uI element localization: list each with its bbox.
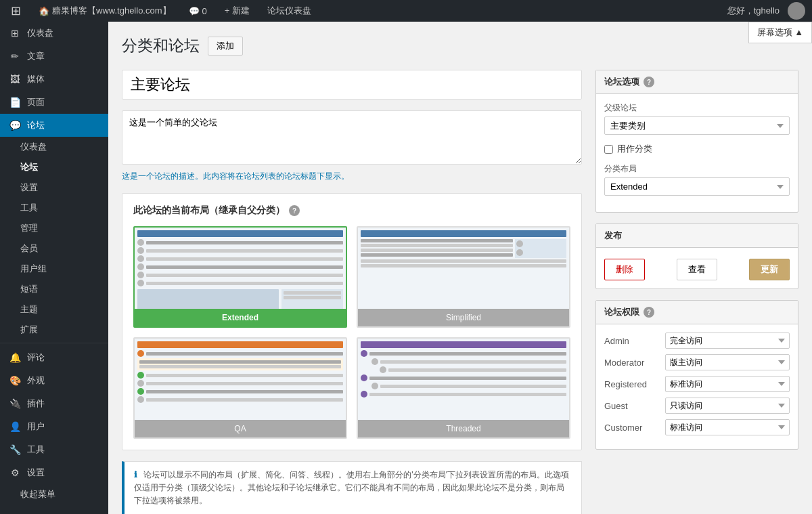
- users-icon: 👤: [8, 421, 22, 432]
- permissions-help-icon[interactable]: ?: [644, 307, 654, 318]
- sidebar-item-tools[interactable]: 🔧 工具: [0, 438, 108, 461]
- user-greeting: 您好，tghello: [723, 5, 784, 17]
- update-button[interactable]: 更新: [749, 259, 790, 280]
- sidebar-sub-manage[interactable]: 管理: [0, 218, 108, 238]
- layout-extended-thumb: [135, 228, 346, 309]
- avatar: [788, 2, 805, 20]
- comments-icon: 🔔: [8, 352, 22, 363]
- media-icon: 🖼: [8, 74, 22, 85]
- layout-option-qa[interactable]: QA: [133, 337, 347, 439]
- forum-options-help-icon[interactable]: ?: [644, 77, 654, 87]
- layout-qa-label: QA: [135, 420, 346, 437]
- layout-simplified-thumb: [358, 228, 569, 309]
- sidebar-item-settings[interactable]: ⚙ 设置: [0, 461, 108, 484]
- permissions-body: Admin 完全访问 版主访问 标准访问 只读访问 无访问 Moderator: [596, 324, 798, 449]
- perm-row-customer: Customer 完全访问 版主访问 标准访问 只读访问 无访问: [604, 419, 790, 435]
- publish-buttons: 删除 查看 更新: [604, 256, 790, 280]
- sidebar-item-users[interactable]: 👤 用户: [0, 415, 108, 438]
- sidebar-sub-settings[interactable]: 设置: [0, 177, 108, 198]
- wp-logo[interactable]: ⊞: [7, 0, 25, 22]
- layout-option-simplified[interactable]: Simplified: [357, 226, 570, 328]
- view-button[interactable]: 查看: [677, 259, 717, 280]
- layout-grid: Extended: [133, 226, 570, 439]
- perm-moderator-label: Moderator: [604, 358, 665, 368]
- perm-guest-select[interactable]: 完全访问 版主访问 标准访问 只读访问 无访问: [665, 398, 790, 414]
- sidebar-sub-tools[interactable]: 工具: [0, 198, 108, 218]
- sidebar-item-comments[interactable]: 🔔 评论: [0, 346, 108, 369]
- sidebar-sub-phrases[interactable]: 短语: [0, 279, 108, 299]
- forum-dashboard[interactable]: 论坛仪表盘: [263, 0, 315, 22]
- perm-customer-label: Customer: [604, 423, 665, 433]
- perm-registered-select[interactable]: 完全访问 版主访问 标准访问 只读访问 无访问: [665, 376, 790, 392]
- sidebar-item-pages[interactable]: 📄 页面: [0, 91, 108, 114]
- permissions-widget: 论坛权限 ? Admin 完全访问 版主访问 标准访问 只读访问 无访问: [595, 300, 798, 450]
- delete-button[interactable]: 删除: [604, 259, 645, 280]
- layout-section-title: 此论坛的当前布局（继承自父分类） ?: [133, 205, 570, 217]
- sidebar-item-plugins[interactable]: 🔌 插件: [0, 392, 108, 415]
- sidebar-sub-members[interactable]: 会员: [0, 238, 108, 259]
- sidebar-sub-themes[interactable]: 主题: [0, 299, 108, 320]
- layout-simplified-label: Simplified: [358, 309, 569, 326]
- sidebar-sub-usergroups[interactable]: 用户组: [0, 259, 108, 279]
- forum-icon: 💬: [8, 120, 22, 131]
- new-content[interactable]: + 新建: [221, 0, 254, 22]
- sidebar: ⊞ 仪表盘 ✏ 文章 🖼 媒体 📄 页面 💬 论坛 仪表盘 论坛 设置 工具 管…: [0, 22, 108, 514]
- dashboard-icon: ⊞: [8, 28, 22, 39]
- perm-row-registered: Registered 完全访问 版主访问 标准访问 只读访问 无访问: [604, 376, 790, 392]
- layout-threaded-label: Threaded: [358, 420, 569, 437]
- layout-option-threaded[interactable]: Threaded: [357, 337, 570, 439]
- sidebar-sub-extend[interactable]: 扩展: [0, 320, 108, 340]
- screen-options-button[interactable]: 屏幕选项 ▲: [748, 22, 812, 43]
- perm-registered-label: Registered: [604, 379, 665, 389]
- content-right: 论坛选项 ? 父级论坛 主要类别 用作: [595, 70, 798, 514]
- forum-description-hint: 这是一个论坛的描述。此内容将在论坛列表的论坛标题下显示。: [122, 171, 582, 182]
- page-title: 分类和论坛: [122, 35, 200, 56]
- layout-option-extended[interactable]: Extended: [133, 226, 347, 328]
- sidebar-item-forum[interactable]: 💬 论坛: [0, 114, 108, 137]
- perm-guest-label: Guest: [604, 401, 665, 411]
- layout-select-row: 分类布局 Extended Simplified QA Threaded: [604, 163, 790, 196]
- layout-help-icon[interactable]: ?: [289, 205, 300, 216]
- sidebar-divider: [0, 343, 108, 343]
- forum-options-header: 论坛选项 ?: [596, 70, 798, 94]
- sidebar-collapse[interactable]: 收起菜单: [0, 484, 108, 505]
- page-header: 分类和论坛 添加: [122, 35, 798, 56]
- posts-icon: ✏: [8, 51, 22, 62]
- sidebar-item-media[interactable]: 🖼 媒体: [0, 68, 108, 91]
- publish-header: 发布: [596, 224, 798, 248]
- forum-description-textarea[interactable]: 这是一个简单的父论坛: [122, 110, 582, 165]
- sidebar-sub-dashboard[interactable]: 仪表盘: [0, 137, 108, 157]
- parent-forum-select[interactable]: 主要类别: [604, 116, 790, 135]
- sidebar-item-posts[interactable]: ✏ 文章: [0, 45, 108, 68]
- publish-widget: 发布 删除 查看 更新: [595, 223, 798, 289]
- layout-threaded-thumb: [358, 339, 569, 420]
- perm-row-admin: Admin 完全访问 版主访问 标准访问 只读访问 无访问: [604, 333, 790, 349]
- comments-link[interactable]: 💬 0: [185, 0, 211, 22]
- site-name[interactable]: 🏠 糖果博客【www.tghello.com】: [35, 0, 175, 22]
- forum-options-widget: 论坛选项 ? 父级论坛 主要类别 用作: [595, 70, 798, 213]
- sidebar-item-appearance[interactable]: 🎨 外观: [0, 369, 108, 392]
- content-left: 这是一个简单的父论坛 这是一个论坛的描述。此内容将在论坛列表的论坛标题下显示。 …: [122, 70, 582, 514]
- admin-bar: ⊞ 🏠 糖果博客【www.tghello.com】 💬 0 + 新建 论坛仪表盘…: [0, 0, 812, 22]
- main-content: 分类和论坛 添加 这是一个简单的父论坛 这是一个论坛的描述。此内容将在论坛列表的…: [108, 22, 812, 514]
- notice-box: ℹ 论坛可以显示不同的布局（扩展、简化、问答、线程）。使用右上角部分的'分类布局…: [122, 461, 582, 514]
- sidebar-sub-forum[interactable]: 论坛: [0, 157, 108, 177]
- perm-admin-select[interactable]: 完全访问 版主访问 标准访问 只读访问 无访问: [665, 333, 790, 349]
- add-button[interactable]: 添加: [208, 37, 243, 56]
- classify-checkbox[interactable]: [604, 145, 613, 154]
- plugins-icon: 🔌: [8, 398, 22, 409]
- permissions-header: 论坛权限 ?: [596, 301, 798, 324]
- publish-body: 删除 查看 更新: [596, 248, 798, 288]
- pages-icon: 📄: [8, 97, 22, 108]
- perm-moderator-select[interactable]: 完全访问 版主访问 标准访问 只读访问 无访问: [665, 354, 790, 370]
- perm-row-guest: Guest 完全访问 版主访问 标准访问 只读访问 无访问: [604, 398, 790, 414]
- perm-customer-select[interactable]: 完全访问 版主访问 标准访问 只读访问 无访问: [665, 419, 790, 435]
- forum-title-input[interactable]: [122, 70, 582, 100]
- classify-row: 用作分类: [604, 143, 790, 155]
- sidebar-item-dashboard[interactable]: ⊞ 仪表盘: [0, 22, 108, 45]
- layout-select[interactable]: Extended Simplified QA Threaded: [604, 177, 790, 196]
- tools-icon: 🔧: [8, 444, 22, 455]
- perm-admin-label: Admin: [604, 336, 665, 346]
- appearance-icon: 🎨: [8, 375, 22, 386]
- notice-icon: ℹ: [134, 470, 137, 479]
